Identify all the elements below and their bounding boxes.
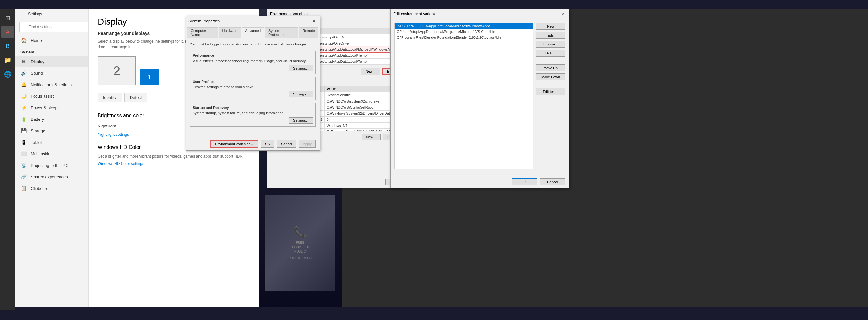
- photo-content: 📞 FREEFOR USE OFPUBLIC PULL TO OPEN: [265, 195, 335, 291]
- acrobat-icon[interactable]: A: [1, 26, 14, 38]
- user-profiles-desc: Desktop settings related to your sign-in: [193, 85, 313, 90]
- home-icon: 🏠: [21, 37, 27, 43]
- user-new-button[interactable]: New...: [361, 68, 380, 75]
- notifications-label: Notifications & actions: [31, 82, 72, 87]
- editenv-close-button[interactable]: ✕: [560, 11, 567, 17]
- sysprop-content: You must be logged on as an Administrato…: [186, 38, 320, 137]
- editenv-item-2[interactable]: C:\Program Files\Blender Foundation\Blen…: [395, 35, 533, 40]
- envvar-title: Environment Variables: [270, 12, 308, 16]
- sysprop-footer: Environment Variables... OK Cancel Apply: [186, 137, 320, 150]
- app-icon-2[interactable]: 📁: [1, 54, 14, 67]
- tab-system-protection[interactable]: System Protection: [265, 27, 298, 38]
- clipboard-icon: 📋: [21, 185, 27, 192]
- startup-settings-button[interactable]: Settings...: [289, 117, 313, 124]
- back-button[interactable]: ←: [18, 10, 26, 18]
- startup-desc: System startup, system failure, and debu…: [193, 111, 313, 116]
- editenv-delete-button[interactable]: Delete: [536, 50, 565, 57]
- edit-env-window: Edit environment variable ✕ %USERPROFILE…: [390, 9, 569, 188]
- settings-title: Settings: [28, 12, 42, 16]
- battery-label: Battery: [31, 117, 44, 122]
- system-properties-window: System Properties ✕ Computer Name Hardwa…: [186, 16, 320, 150]
- monitor-2[interactable]: 2: [98, 56, 136, 85]
- taskbar: [0, 307, 868, 320]
- performance-title: Performance: [193, 54, 313, 57]
- sysprop-close-button[interactable]: ✕: [311, 18, 317, 24]
- sys-new-button[interactable]: New...: [362, 134, 381, 140]
- display-label: Display: [31, 59, 44, 64]
- editenv-main-area: %USERPROFILE%\AppData\Local\Microsoft\Wi…: [395, 23, 565, 172]
- shared-icon: 🔗: [21, 174, 27, 180]
- performance-section: Performance Visual effects, processor sc…: [190, 51, 316, 74]
- storage-icon: 💾: [21, 127, 27, 134]
- identify-button[interactable]: Identify: [98, 93, 122, 102]
- storage-label: Storage: [31, 128, 45, 133]
- sound-icon: 🔊: [21, 70, 27, 76]
- sysprop-title: System Properties: [188, 19, 220, 23]
- sysprop-ok-button[interactable]: OK: [261, 140, 274, 148]
- editenv-action-buttons: New Edit Browse... Delete Move Up Move D…: [536, 23, 565, 172]
- performance-desc: Visual effects, processor scheduling, me…: [193, 59, 313, 63]
- environment-variables-button[interactable]: Environment Variables...: [210, 140, 258, 148]
- editenv-footer: OK Cancel: [391, 176, 569, 188]
- editenv-edit-button[interactable]: Edit: [536, 32, 565, 39]
- editenv-list[interactable]: %USERPROFILE%\AppData\Local\Microsoft\Wi…: [395, 23, 533, 169]
- user-profiles-title: User Profiles: [193, 80, 313, 84]
- user-profiles-section: User Profiles Desktop settings related t…: [190, 77, 316, 100]
- power-icon: ⚡: [21, 105, 27, 111]
- clipboard-label: Clipboard: [31, 186, 49, 191]
- shared-label: Shared experiences: [31, 175, 68, 179]
- sound-label: Sound: [31, 71, 43, 76]
- tablet-label: Tablet: [31, 140, 42, 145]
- home-label: Home: [31, 38, 42, 43]
- app-icon-3[interactable]: 🌐: [1, 68, 14, 81]
- editenv-title: Edit environment variable: [393, 12, 436, 16]
- tab-computer-name[interactable]: Computer Name: [187, 27, 218, 38]
- performance-settings-button[interactable]: Settings...: [289, 65, 313, 71]
- startup-section: Startup and Recovery System startup, sys…: [190, 103, 316, 126]
- multitasking-icon: ⬜: [21, 150, 27, 157]
- sysprop-tabs: Computer Name Hardware Advanced System P…: [186, 26, 320, 38]
- tab-remote[interactable]: Remote: [299, 27, 318, 38]
- editenv-edit-text-button[interactable]: Edit text...: [536, 88, 565, 95]
- tablet-icon: 📱: [21, 139, 27, 145]
- battery-icon: 🔋: [21, 116, 27, 122]
- editenv-titlebar: Edit environment variable ✕: [391, 9, 569, 19]
- night-light-settings-link[interactable]: Night light settings: [98, 132, 129, 137]
- app-icon-1[interactable]: B: [1, 40, 14, 53]
- editenv-move-up-button[interactable]: Move Up: [536, 64, 565, 71]
- editenv-content: %USERPROFILE%\AppData\Local\Microsoft\Wi…: [391, 19, 569, 176]
- power-label: Power & sleep: [31, 106, 58, 110]
- notifications-icon: 🔔: [21, 81, 27, 88]
- editenv-cancel-button[interactable]: Cancel: [540, 178, 565, 185]
- display-icon: 🖥: [21, 58, 27, 65]
- startup-title: Startup and Recovery: [193, 106, 313, 110]
- editenv-browse-button[interactable]: Browse...: [536, 41, 565, 48]
- tab-hardware[interactable]: Hardware: [219, 27, 241, 38]
- detect-button[interactable]: Detect: [124, 93, 148, 102]
- monitor-1-num: 1: [148, 74, 151, 81]
- sysprop-note: You must be logged on as an Administrato…: [190, 42, 316, 47]
- editenv-move-down-button[interactable]: Move Down: [536, 74, 565, 80]
- winhdr-desc: Get a brighter and more vibrant picture …: [98, 154, 258, 158]
- monitor-2-num: 2: [113, 64, 120, 78]
- editenv-new-button[interactable]: New: [536, 23, 565, 30]
- projecting-label: Projecting to this PC: [31, 163, 68, 168]
- user-profiles-settings-button[interactable]: Settings...: [289, 91, 313, 97]
- editenv-item-1[interactable]: C:\Users\stupi\AppData\Local\Programs\Mi…: [395, 29, 533, 35]
- sysprop-titlebar: System Properties ✕: [186, 16, 320, 26]
- projecting-icon: 📡: [21, 162, 27, 169]
- night-light-label: Night light: [98, 124, 116, 128]
- windows-sidebar: ⊞ A B 📁 🌐: [0, 9, 16, 310]
- tab-advanced[interactable]: Advanced: [242, 27, 264, 38]
- winhdr-settings-link[interactable]: Windows HD Color settings: [98, 162, 144, 166]
- editenv-ok-button[interactable]: OK: [512, 178, 537, 185]
- sysprop-cancel-button[interactable]: Cancel: [277, 140, 296, 148]
- focus-label: Focus assist: [31, 94, 54, 99]
- focus-icon: 🌙: [21, 93, 27, 99]
- sysprop-apply-button[interactable]: Apply: [299, 140, 316, 148]
- monitor-1[interactable]: 1: [140, 69, 159, 85]
- start-icon[interactable]: ⊞: [1, 11, 14, 24]
- multitasking-label: Multitasking: [31, 151, 53, 156]
- editenv-item-0[interactable]: %USERPROFILE%\AppData\Local\Microsoft\Wi…: [395, 23, 533, 29]
